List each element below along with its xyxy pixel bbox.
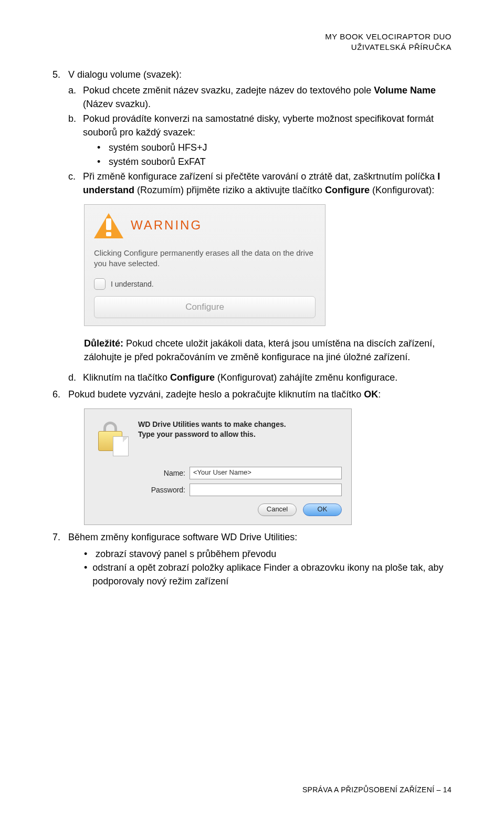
step-5d-letter: d. (68, 371, 83, 384)
step-6: 6. Pokud budete vyzváni, zadejte heslo a… (52, 387, 452, 401)
cancel-button[interactable]: Cancel (258, 504, 297, 516)
bullet-item: •zobrazí stavový panel s průběhem převod… (84, 547, 452, 561)
password-label: Password: (138, 485, 185, 495)
step-5c-letter: c. (68, 170, 83, 197)
page-header: MY BOOK VELOCIRAPTOR DUO UŽIVATELSKÁ PŘÍ… (52, 32, 452, 52)
important-note: Důležité: Pokud chcete uložit jakákoli d… (84, 337, 452, 364)
password-field-row: Password: (94, 484, 342, 496)
lock-icon (94, 420, 131, 456)
name-label: Name: (138, 468, 185, 478)
ok-button[interactable]: OK (303, 504, 342, 516)
step-5c-text: Při změně konfigurace zařízení si přečtě… (83, 170, 452, 197)
header-line1: MY BOOK VELOCIRAPTOR DUO (52, 32, 452, 42)
page-footer: SPRÁVA A PŘIZPŮSOBENÍ ZAŘÍZENÍ – 14 (302, 785, 452, 794)
bullet-item: •odstraní a opět zobrazí položky aplikac… (84, 561, 452, 588)
name-field-row: Name: <Your User Name> (94, 467, 342, 479)
step-7-bullets: •zobrazí stavový panel s průběhem převod… (84, 547, 452, 588)
warning-dialog: WARNING Clicking Configure permanently e… (84, 204, 326, 327)
step-7: 7. Během změny konfigurace software WD D… (52, 530, 452, 544)
name-input[interactable]: <Your User Name> (190, 467, 342, 479)
warning-title: WARNING (131, 216, 202, 235)
step-5a: a. Pokud chcete změnit název svazku, zad… (68, 83, 452, 111)
step-5a-text: Pokud chcete změnit název svazku, zadejt… (83, 83, 452, 111)
step-5-intro: V dialogu volume (svazek): (68, 68, 452, 81)
step-7-number: 7. (52, 530, 68, 544)
step-5b-letter: b. (68, 112, 83, 139)
step-5b-text: Pokud provádíte konverzi na samostatné d… (83, 112, 452, 139)
page-content: 5. V dialogu volume (svazek): a. Pokud c… (52, 68, 452, 588)
understand-row: I understand. (94, 278, 316, 290)
understand-label: I understand. (111, 279, 154, 289)
step-5b-bullets: •systém souborů HFS+J •systém souborů Ex… (97, 141, 452, 168)
auth-message: WD Drive Utilities wants to make changes… (138, 420, 286, 456)
step-5: 5. V dialogu volume (svazek): (52, 68, 452, 81)
step-5-number: 5. (52, 68, 68, 81)
configure-button[interactable]: Configure (94, 296, 316, 318)
step-6-text: Pokud budete vyzváni, zadejte heslo a po… (68, 387, 452, 401)
step-5c: c. Při změně konfigurace zařízení si pře… (68, 170, 452, 197)
understand-checkbox[interactable] (94, 278, 106, 290)
bullet-item: •systém souborů ExFAT (97, 155, 452, 169)
step-7-text: Během změny konfigurace software WD Driv… (68, 530, 452, 544)
step-5a-letter: a. (68, 83, 83, 111)
step-5d: d. Kliknutím na tlačítko Configure (Konf… (68, 371, 452, 384)
step-6-number: 6. (52, 387, 68, 401)
bullet-item: •systém souborů HFS+J (97, 141, 452, 154)
warning-icon (94, 212, 123, 242)
auth-dialog: WD Drive Utilities wants to make changes… (84, 408, 352, 525)
step-5b: b. Pokud provádíte konverzi na samostatn… (68, 112, 452, 139)
password-input[interactable] (190, 484, 342, 496)
warning-text: Clicking Configure permanently erases al… (85, 244, 325, 277)
step-5d-text: Kliknutím na tlačítko Configure (Konfigu… (83, 371, 452, 384)
header-line2: UŽIVATELSKÁ PŘÍRUČKA (52, 42, 452, 53)
